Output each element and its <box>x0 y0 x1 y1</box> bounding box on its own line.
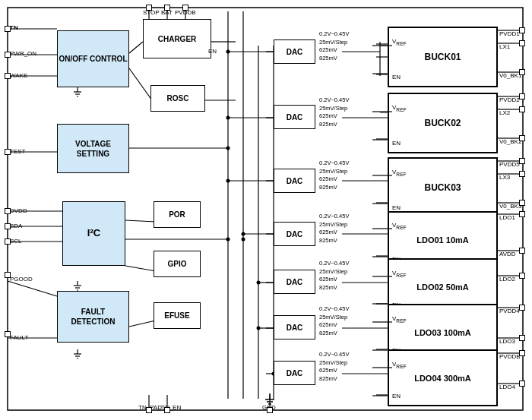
pin-ldo3: LDO3 <box>499 338 515 345</box>
en-ldo04: EN <box>392 393 401 399</box>
pin-pvdd4: PVDD4 <box>499 308 520 314</box>
spec-ldo03: 0.2V~0.45V25mV/Step625mV825mV <box>319 305 349 337</box>
buck01-block: BUCK01 <box>388 27 498 87</box>
connector-wake <box>5 73 11 79</box>
pin-wake: WAKE <box>10 72 27 79</box>
pin-avdd: AVDD <box>499 251 516 257</box>
svg-line-17 <box>129 68 152 100</box>
pin-test: TEST <box>10 148 25 155</box>
connector-dvdd <box>5 208 11 214</box>
buck02-block: BUCK02 <box>388 93 498 153</box>
charger-en: EN <box>208 48 217 55</box>
connector-tn-en <box>164 407 170 413</box>
connector-pvdd2 <box>519 93 525 99</box>
connector-bat <box>164 5 170 11</box>
pin-pgood: PGOOD <box>10 276 33 283</box>
svg-point-45 <box>257 281 261 285</box>
connector-stop <box>146 5 152 11</box>
connector-pvdd4 <box>519 305 525 311</box>
pin-pvdd5: PVDD5 <box>499 161 520 168</box>
connector-v0bk2 <box>519 135 525 141</box>
vref-buck01: VREF <box>392 38 407 46</box>
connector-pgood <box>5 272 11 278</box>
pin-pvdd2: PVDD2 <box>499 96 520 103</box>
voltage-setting-block: VOLTAGESETTING <box>57 124 129 173</box>
pin-pvdd1: PVDD1 <box>499 30 520 37</box>
connector-avdd <box>519 248 525 254</box>
spec-buck02: 0.2V~0.45V25mV/Step625mV825mV <box>319 96 349 128</box>
connector-tn-pad <box>146 407 152 413</box>
connector-ldo2 <box>519 273 525 279</box>
svg-point-36 <box>226 116 230 120</box>
i2c-block: I²C <box>62 201 125 266</box>
efuse-block: EFUSE <box>154 302 201 329</box>
connector-sda <box>5 223 11 229</box>
connector-lx2 <box>519 106 525 112</box>
connector-ldo4 <box>519 381 525 387</box>
vref-buck02: VREF <box>392 104 407 112</box>
por-block: POR <box>154 201 201 228</box>
pin-pwr-on: PWR_ON <box>10 50 36 57</box>
vref-ldo03: VREF <box>392 315 407 324</box>
en-buck02: EN <box>392 140 401 147</box>
connector-ldo3 <box>519 335 525 341</box>
onoff-control-block: ON/OFF CONTROL <box>57 30 129 87</box>
pin-v0bk2: V0_BK2 <box>499 138 521 145</box>
connector-lx3 <box>519 171 525 177</box>
pin-tn-label: TN <box>10 24 18 31</box>
dac1-block: DAC <box>274 39 315 64</box>
dac5-block: DAC <box>274 270 315 294</box>
gnd3 <box>71 349 84 365</box>
connector-pwr-on <box>5 52 11 58</box>
pin-lx1: LX1 <box>499 43 510 50</box>
connector-lx1 <box>519 40 525 46</box>
svg-line-8 <box>8 281 57 296</box>
spec-ldo01: 0.2V~0.45V25mV/Step625mV825mV <box>319 213 349 245</box>
pin-ldo1: LDO1 <box>499 214 515 221</box>
buck03-block: BUCK03 <box>388 157 498 218</box>
vref-buck03: VREF <box>392 169 407 177</box>
dac7-block: DAC <box>274 361 315 385</box>
gnd1 <box>71 87 84 103</box>
gpio-block: GPIO <box>154 251 201 277</box>
rosc-block: ROSC <box>150 85 205 112</box>
fault-detection-block: FAULTDETECTION <box>57 291 129 343</box>
connector-pvdd5 <box>519 158 525 164</box>
en-buck01: EN <box>392 74 401 81</box>
pin-sda: SDA <box>10 223 22 229</box>
connector-tn <box>5 26 11 32</box>
pin-fault: FAULT <box>10 334 28 341</box>
pin-pvddb-r: PVDDB <box>499 353 521 360</box>
connector-pvddb-r <box>519 350 525 356</box>
dac6-block: DAC <box>274 315 315 339</box>
ldo04-block: LDO04 300mA <box>388 349 498 406</box>
dac2-block: DAC <box>274 105 315 129</box>
en-buck03: EN <box>392 204 401 211</box>
svg-point-39 <box>226 179 230 183</box>
pin-ldo4: LDO4 <box>499 384 515 390</box>
svg-line-71 <box>129 321 156 327</box>
spec-buck03: 0.2V~0.45V25mV/Step625mV825mV <box>319 159 349 191</box>
dac3-block: DAC <box>274 169 315 193</box>
svg-point-42 <box>242 232 245 236</box>
pin-lx2: LX2 <box>499 109 510 116</box>
vref-ldo01: VREF <box>392 222 407 230</box>
svg-line-26 <box>125 220 156 222</box>
pin-scl: SCL <box>10 238 22 245</box>
charger-block: CHARGER <box>143 19 211 58</box>
spec-ldo04: 0.2V~0.45V25mV/Step625mV825mV <box>319 351 349 383</box>
svg-line-16 <box>129 42 143 53</box>
connector-ldo1 <box>519 211 525 217</box>
connector-test <box>5 149 11 155</box>
pin-v0bk1: V0_BK1 <box>499 72 521 79</box>
connector-v0bk3 <box>519 200 525 206</box>
pin-ldo2: LDO2 <box>499 276 515 283</box>
gnd-symbol <box>262 393 277 409</box>
svg-line-27 <box>125 266 156 271</box>
svg-point-33 <box>226 50 230 54</box>
connector-scl <box>5 238 11 245</box>
connector-v0bk1 <box>519 69 525 75</box>
svg-point-30 <box>242 238 245 242</box>
gnd2 <box>71 281 84 296</box>
connector-pvdd1 <box>519 27 525 33</box>
